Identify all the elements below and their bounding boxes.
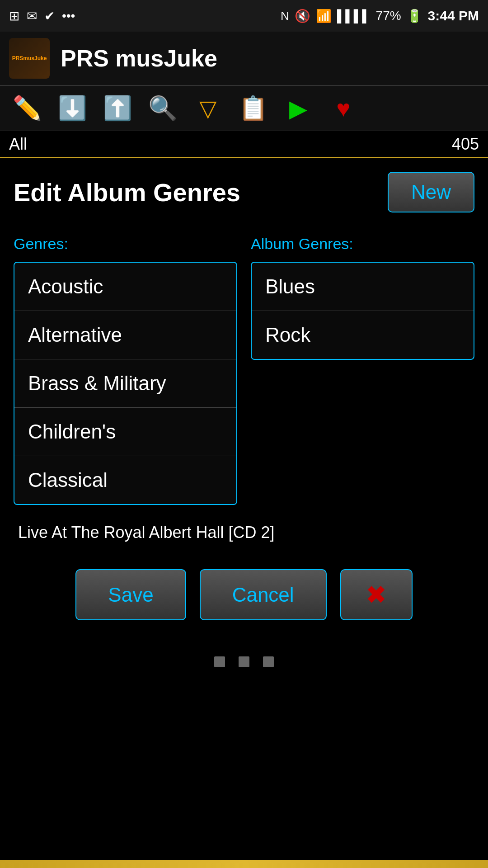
pencil-icon: ✏️ xyxy=(13,94,42,122)
bottom-bar xyxy=(0,860,488,868)
pencil-button[interactable]: ✏️ xyxy=(9,90,45,127)
page-title: Edit Album Genres xyxy=(14,178,240,207)
main-content: Edit Album Genres New Genres: Acoustic A… xyxy=(0,158,488,690)
notes-button[interactable]: 📋 xyxy=(235,90,271,127)
bottom-buttons: Save Cancel ✖ xyxy=(14,569,474,620)
search-button[interactable]: 🔍 xyxy=(145,90,181,127)
title-row: Edit Album Genres New xyxy=(14,172,474,212)
filter-button[interactable]: ▽ xyxy=(190,90,226,127)
heart-icon: ♥ xyxy=(337,95,351,122)
down-arrow-button[interactable]: ⬇️ xyxy=(54,90,90,127)
nav-dot-3[interactable] xyxy=(263,656,274,667)
play-icon: ▶ xyxy=(289,95,307,122)
delete-icon: ✖ xyxy=(366,580,387,609)
status-bar: ⊞ ✉ ✔ ••• N 🔇 📶 ▌▌▌▌ 77% 🔋 3:44 PM xyxy=(0,0,488,32)
play-button[interactable]: ▶ xyxy=(280,90,316,127)
mail-icon: ✉ xyxy=(27,9,37,24)
new-button[interactable]: New xyxy=(388,172,474,212)
up-arrow-icon: ⬆️ xyxy=(103,94,132,122)
all-count: 405 xyxy=(452,135,479,154)
mute-icon: 🔇 xyxy=(295,9,310,24)
all-label: All xyxy=(9,135,27,154)
app-logo: PRSmusJuke xyxy=(9,38,50,79)
genres-label: Genres: xyxy=(14,235,237,253)
list-item[interactable]: Rock xyxy=(252,311,474,359)
cancel-button[interactable]: Cancel xyxy=(200,569,327,620)
dots-icon: ••• xyxy=(62,9,75,23)
nav-dot-1[interactable] xyxy=(214,656,225,667)
list-item[interactable]: Brass & Military xyxy=(14,359,236,408)
app-title: PRS musJuke xyxy=(61,45,217,72)
delete-button[interactable]: ✖ xyxy=(340,569,413,620)
list-item[interactable]: Alternative xyxy=(14,311,236,359)
filter-icon: ▽ xyxy=(199,95,216,122)
search-icon: 🔍 xyxy=(148,94,178,122)
grid-icon: ⊞ xyxy=(9,9,19,24)
battery-percentage: 77% xyxy=(376,9,401,23)
album-name: Live At The Royal Albert Hall [CD 2] xyxy=(14,523,474,542)
signal-icon: ▌▌▌▌ xyxy=(337,9,371,23)
nfc-icon: N xyxy=(281,9,289,23)
all-bar: All 405 xyxy=(0,131,488,158)
down-arrow-icon: ⬇️ xyxy=(58,94,87,122)
app-header: PRSmusJuke PRS musJuke xyxy=(0,32,488,86)
toolbar: ✏️ ⬇️ ⬆️ 🔍 ▽ 📋 ▶ ♥ xyxy=(0,86,488,131)
list-item[interactable]: Classical xyxy=(14,456,236,504)
list-item[interactable]: Blues xyxy=(252,263,474,311)
nav-dot-2[interactable] xyxy=(239,656,249,667)
nav-dots xyxy=(14,647,474,676)
battery-icon: 🔋 xyxy=(407,9,422,24)
list-item[interactable]: Acoustic xyxy=(14,263,236,311)
wifi-icon: 📶 xyxy=(316,9,332,24)
album-genres-column: Album Genres: Blues Rock xyxy=(251,235,474,505)
up-arrow-button[interactable]: ⬆️ xyxy=(99,90,136,127)
list-item[interactable]: Children's xyxy=(14,408,236,456)
heart-button[interactable]: ♥ xyxy=(325,90,361,127)
notes-icon: 📋 xyxy=(239,94,268,122)
clock: 3:44 PM xyxy=(428,8,479,24)
columns: Genres: Acoustic Alternative Brass & Mil… xyxy=(14,235,474,505)
check-icon: ✔ xyxy=(44,9,55,24)
genres-list: Acoustic Alternative Brass & Military Ch… xyxy=(14,262,237,505)
genres-column: Genres: Acoustic Alternative Brass & Mil… xyxy=(14,235,237,505)
album-genres-list: Blues Rock xyxy=(251,262,474,360)
album-genres-label: Album Genres: xyxy=(251,235,474,253)
save-button[interactable]: Save xyxy=(75,569,186,620)
